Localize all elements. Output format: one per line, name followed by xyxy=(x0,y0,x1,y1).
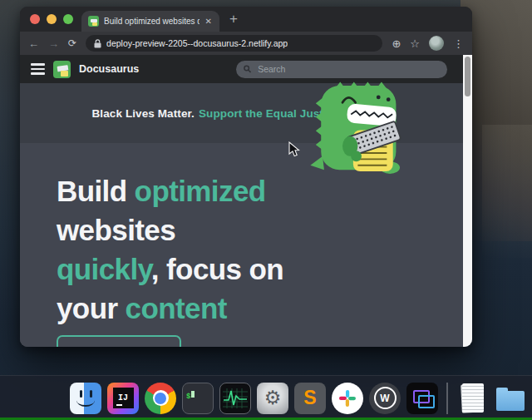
mouse-cursor xyxy=(288,141,300,158)
page-viewport: Docusaurus Black Lives Matter. Support t… xyxy=(20,55,472,347)
desktop: Build optimized websites quick ✕ + ← → ⟳… xyxy=(0,0,532,420)
docusaurus-favicon xyxy=(88,16,99,27)
back-icon[interactable]: ← xyxy=(28,37,39,50)
dock-intellij-idea-icon[interactable]: IJ xyxy=(107,383,139,414)
wallpaper-cliff-shade xyxy=(482,125,532,258)
zoom-window-button[interactable] xyxy=(63,14,73,24)
dock-separator xyxy=(446,383,448,414)
dock-screens-icon[interactable] xyxy=(406,383,438,414)
hero-word-accent: optimized xyxy=(135,175,266,207)
hero-word-accent: quickly xyxy=(57,253,151,285)
address-bar[interactable]: deploy-preview-2205--docusaurus-2.netlif… xyxy=(86,35,382,52)
lock-icon xyxy=(94,39,101,48)
search-icon xyxy=(244,65,251,73)
circle-plus-icon[interactable]: ⊕ xyxy=(392,37,401,50)
site-brand[interactable]: Docusaurus xyxy=(79,63,139,75)
dock-documents-stack-icon[interactable] xyxy=(456,383,488,414)
dock-activity-monitor-icon[interactable] xyxy=(219,383,251,414)
forward-icon[interactable]: → xyxy=(48,37,59,50)
dock-finder-icon[interactable] xyxy=(70,383,101,414)
dock-terminal-icon[interactable]: $ xyxy=(182,383,214,414)
dock-sublime-text-icon[interactable]: S xyxy=(294,383,326,414)
profile-avatar[interactable] xyxy=(429,36,444,51)
toolbar-right: ⊕ ☆ ⋮ xyxy=(392,36,464,51)
hero-word: websites xyxy=(57,214,175,246)
hero-word: , focus on xyxy=(151,253,283,285)
dock-slack-icon[interactable] xyxy=(332,383,363,414)
hero-section: Build optimized websites quickly, focus … xyxy=(20,143,472,347)
reload-icon[interactable]: ⟳ xyxy=(68,37,76,49)
browser-window: Build optimized websites quick ✕ + ← → ⟳… xyxy=(20,7,472,347)
tab-close-icon[interactable]: ✕ xyxy=(204,17,213,26)
browser-toolbar: ← → ⟳ deploy-preview-2205--docusaurus-2.… xyxy=(20,32,472,55)
docusaurus-dinosaur-illustration xyxy=(304,67,419,183)
dock-system-preferences-icon[interactable]: ⚙ xyxy=(257,383,288,414)
tab-strip: Build optimized websites quick ✕ + xyxy=(20,7,472,32)
dock-downloads-folder-icon[interactable] xyxy=(494,383,525,414)
browser-menu-icon[interactable]: ⋮ xyxy=(453,37,464,50)
new-tab-button[interactable]: + xyxy=(219,7,248,32)
window-controls xyxy=(20,7,81,32)
hero-heading: Build optimized websites quickly, focus … xyxy=(20,143,331,328)
banner-text: Black Lives Matter. xyxy=(92,107,195,120)
hamburger-menu-icon[interactable] xyxy=(31,63,45,74)
bookmark-star-icon[interactable]: ☆ xyxy=(410,37,420,50)
page-scrollbar-thumb[interactable] xyxy=(465,57,470,96)
get-started-button[interactable] xyxy=(57,335,181,347)
dock-workplace-icon[interactable]: W xyxy=(369,383,401,414)
minimize-window-button[interactable] xyxy=(47,14,57,24)
dock-chrome-icon[interactable] xyxy=(145,383,176,414)
close-window-button[interactable] xyxy=(30,14,40,24)
hero-word: your xyxy=(57,292,117,324)
gear-icon: ⚙ xyxy=(264,388,282,408)
docusaurus-logo[interactable] xyxy=(53,61,71,78)
hero-word-accent: content xyxy=(126,292,227,324)
hero-word: Build xyxy=(57,175,126,207)
dock: IJ $ ⚙ S W xyxy=(0,375,532,420)
url-text: deploy-preview-2205--docusaurus-2.netlif… xyxy=(106,38,288,48)
slack-hash-icon xyxy=(338,389,357,408)
page-scrollbar[interactable] xyxy=(463,55,472,347)
tab-title: Build optimized websites quick xyxy=(104,17,200,26)
browser-tab[interactable]: Build optimized websites quick ✕ xyxy=(81,11,219,32)
